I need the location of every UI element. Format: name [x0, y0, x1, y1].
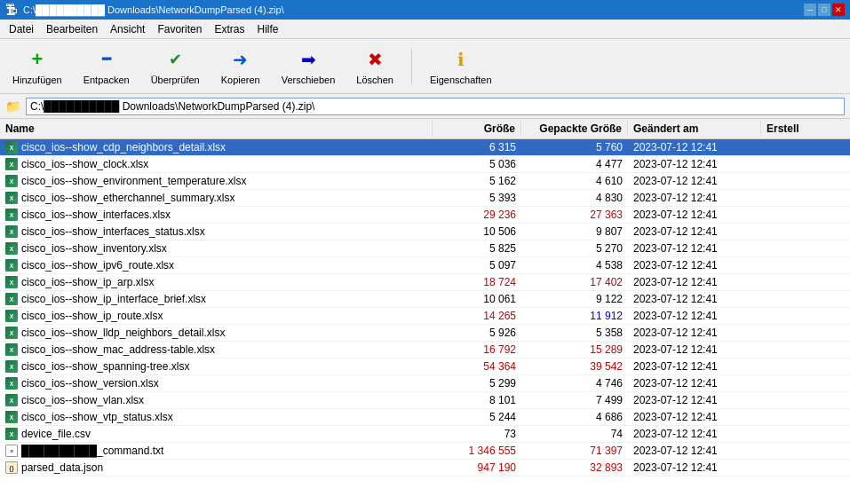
menu-favoriten[interactable]: Favoriten — [152, 21, 207, 37]
file-modified-cell: 2023-07-12 12:41 — [628, 140, 761, 154]
file-modified-cell: 2023-07-12 12:41 — [628, 376, 761, 390]
file-name: parsed_data.json — [21, 461, 103, 474]
minimize-button[interactable]: ─ — [804, 4, 816, 16]
file-packed-cell: 5 270 — [521, 241, 628, 256]
table-row[interactable]: X cisco_ios--show_ip_route.xlsx 14 265 1… — [0, 308, 850, 325]
properties-button[interactable]: ℹ Eigenschaften — [423, 43, 499, 89]
table-row[interactable]: ≡ ██████████_command.txt 1 346 555 71 39… — [0, 443, 850, 460]
table-row[interactable]: X cisco_ios--show_ipv6_route.xlsx 5 097 … — [0, 257, 850, 274]
file-name: cisco_ios--show_ipv6_route.xlsx — [21, 259, 174, 272]
toolbar: + Hinzufügen ━ Entpacken ✔ Überprüfen ➜ … — [0, 39, 850, 94]
file-modified-cell: 2023-07-12 12:41 — [628, 275, 761, 289]
info-icon: ℹ — [449, 47, 473, 72]
table-row[interactable]: {} parsed_data.json 947 190 32 893 2023-… — [0, 460, 850, 476]
file-name-cell: X device_file.csv — [0, 427, 433, 441]
extract-button[interactable]: ━ Entpacken — [76, 43, 137, 89]
table-row[interactable]: X cisco_ios--show_version.xlsx 5 299 4 7… — [0, 375, 850, 392]
table-row[interactable]: X cisco_ios--show_environment_temperatur… — [0, 173, 850, 190]
move-button[interactable]: ➡ Verschieben — [274, 43, 343, 89]
file-type-icon: X — [5, 192, 18, 204]
file-size-cell: 5 393 — [433, 191, 521, 205]
file-created-cell — [761, 444, 850, 458]
file-name: cisco_ios--show_ip_interface_brief.xlsx — [21, 293, 206, 305]
address-input[interactable] — [26, 98, 845, 115]
header-created[interactable]: Erstell — [761, 121, 850, 137]
menu-extras[interactable]: Extras — [209, 21, 250, 37]
file-modified-cell: 2023-07-12 12:41 — [628, 410, 761, 424]
title-bar-controls: ─ □ ✕ — [804, 4, 845, 16]
menu-datei[interactable]: Datei — [4, 21, 39, 37]
file-type-icon: X — [5, 293, 18, 305]
maximize-button[interactable]: □ — [818, 4, 830, 16]
file-type-icon: X — [5, 411, 18, 423]
table-row[interactable]: X device_file.csv 73 74 2023-07-12 12:41 — [0, 426, 850, 443]
file-size-cell: 5 097 — [433, 258, 521, 272]
file-type-icon: X — [5, 242, 18, 255]
file-type-icon: X — [5, 394, 18, 406]
test-button[interactable]: ✔ Überprüfen — [144, 43, 207, 89]
file-packed-cell: 5 358 — [521, 326, 628, 340]
file-type-icon: X — [5, 141, 18, 154]
header-name[interactable]: Name — [0, 121, 433, 137]
file-name-cell: X cisco_ios--show_interfaces_status.xlsx — [0, 224, 433, 239]
table-row[interactable]: X cisco_ios--show_cdp_neighbors_detail.x… — [0, 139, 850, 156]
file-size-cell: 5 162 — [433, 174, 521, 188]
table-row[interactable]: X cisco_ios--show_inventory.xlsx 5 825 5… — [0, 240, 850, 257]
file-type-icon: X — [5, 158, 18, 170]
plus-icon: + — [25, 47, 50, 72]
table-row[interactable]: X cisco_ios--show_spanning-tree.xlsx 54 … — [0, 358, 850, 375]
table-row[interactable]: X cisco_ios--show_vtp_status.xlsx 5 244 … — [0, 409, 850, 426]
table-row[interactable]: X cisco_ios--show_ip_interface_brief.xls… — [0, 291, 850, 308]
file-size-cell: 73 — [433, 427, 521, 441]
file-type-icon: X — [5, 377, 18, 390]
file-modified-cell: 2023-07-12 12:41 — [628, 191, 761, 205]
file-packed-cell: 9 122 — [521, 292, 628, 306]
menu-bearbeiten[interactable]: Bearbeiten — [41, 21, 103, 37]
table-row[interactable]: X cisco_ios--show_mac_address-table.xlsx… — [0, 342, 850, 358]
file-name-cell: {} parsed_data.json — [0, 461, 433, 475]
table-row[interactable]: X cisco_ios--show_interfaces.xlsx 29 236… — [0, 207, 850, 224]
file-name-cell: X cisco_ios--show_lldp_neighbors_detail.… — [0, 326, 433, 340]
file-name: cisco_ios--show_mac_address-table.xlsx — [21, 343, 215, 356]
file-list-header: Name Größe Gepackte Größe Geändert am Er… — [0, 119, 850, 139]
file-packed-cell: 39 542 — [521, 359, 628, 374]
delete-button[interactable]: ✖ Löschen — [349, 43, 401, 89]
file-created-cell — [761, 359, 850, 374]
add-button[interactable]: + Hinzufügen — [5, 43, 69, 89]
file-name: cisco_ios--show_ip_route.xlsx — [21, 310, 163, 322]
file-created-cell — [761, 258, 850, 272]
file-size-cell: 29 236 — [433, 208, 521, 222]
table-row[interactable]: X cisco_ios--show_etherchannel_summary.x… — [0, 190, 850, 207]
header-packed[interactable]: Gepackte Größe — [521, 121, 628, 137]
file-name-cell: X cisco_ios--show_ip_arp.xlsx — [0, 275, 433, 289]
arrow-move-icon: ➡ — [296, 47, 321, 72]
table-row[interactable]: X cisco_ios--show_vlan.xlsx 8 101 7 499 … — [0, 392, 850, 409]
add-label: Hinzufügen — [12, 75, 62, 85]
file-name-cell: X cisco_ios--show_ip_interface_brief.xls… — [0, 292, 433, 306]
file-type-icon: ≡ — [5, 445, 18, 457]
file-size-cell: 10 506 — [433, 224, 521, 239]
header-size[interactable]: Größe — [433, 121, 521, 137]
title-bar: 🗜 C:\██████████ Downloads\NetworkDumpPar… — [0, 0, 850, 20]
file-rows: X cisco_ios--show_cdp_neighbors_detail.x… — [0, 139, 850, 476]
table-row[interactable]: X cisco_ios--show_lldp_neighbors_detail.… — [0, 325, 850, 342]
file-modified-cell: 2023-07-12 12:41 — [628, 241, 761, 256]
close-button[interactable]: ✕ — [832, 4, 845, 16]
file-created-cell — [761, 275, 850, 289]
copy-button[interactable]: ➜ Kopieren — [214, 43, 267, 89]
file-modified-cell: 2023-07-12 12:41 — [628, 208, 761, 222]
table-row[interactable]: X cisco_ios--show_interfaces_status.xlsx… — [0, 224, 850, 240]
menu-ansicht[interactable]: Ansicht — [105, 21, 150, 37]
file-modified-cell: 2023-07-12 12:41 — [628, 393, 761, 407]
header-modified[interactable]: Geändert am — [628, 121, 761, 137]
file-created-cell — [761, 427, 850, 441]
file-modified-cell: 2023-07-12 12:41 — [628, 343, 761, 357]
menu-hilfe[interactable]: Hilfe — [251, 21, 283, 37]
file-created-cell — [761, 410, 850, 424]
table-row[interactable]: X cisco_ios--show_ip_arp.xlsx 18 724 17 … — [0, 274, 850, 291]
file-name: cisco_ios--show_lldp_neighbors_detail.xl… — [21, 327, 225, 339]
file-name: cisco_ios--show_spanning-tree.xlsx — [21, 360, 189, 373]
table-row[interactable]: X cisco_ios--show_clock.xlsx 5 036 4 477… — [0, 156, 850, 173]
x-icon: ✖ — [362, 47, 387, 72]
file-type-icon: X — [5, 259, 18, 272]
